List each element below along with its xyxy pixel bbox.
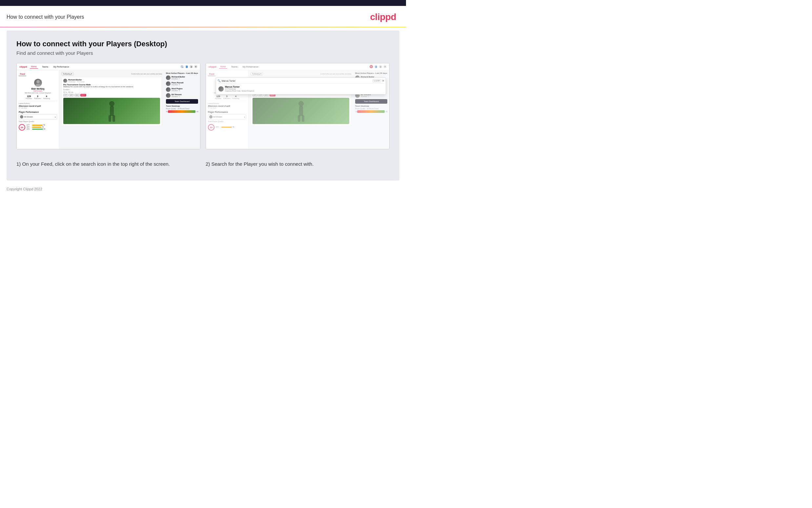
bar-label-arg-1: ARG [27,128,32,130]
search-icon[interactable]: 🔍 [180,65,184,68]
player-act-richard-1: Activities: 7 [172,78,185,80]
stat-followers-2: 3 Followers [223,95,230,99]
latest-activity-label-2: Latest Activity [208,102,246,104]
player-list-eli-1: Eli Vincent Activities: 1 [166,93,198,98]
activity-user-1: Richard Butler Yesterday · The Grove [63,79,160,83]
main-subheading: Find and connect with your Players [16,50,390,56]
result-avatar [219,86,224,92]
heatmap-sublabel-2: Player Quality · 20 Round Trend [355,108,387,110]
player-info-hiral-1: Hiral Pujara Activities: 3 [172,88,182,92]
nav-icons-2: 🔍 👤 ⚙ ● [370,65,387,68]
caption-2: 2) Search for the Player you wish to con… [206,156,390,167]
activity-desc-1: Walking the course with my coach to buil… [63,86,160,88]
search-icon-2[interactable]: 🔍 [370,65,373,68]
app-sidebar-1: Feed Blair McHarg Golf Coach Mill Ride G… [17,70,59,149]
close-btn-x[interactable]: ✕ [382,79,384,82]
stat-num-activities-1: 129 [26,95,32,97]
search-text[interactable]: Marcus Turner [222,80,372,82]
tag-putt-1: PUTT [80,94,86,96]
following-btn-1[interactable]: Following ▾ [61,72,74,76]
stat-num-followers-1: 3 [34,95,41,97]
user-info-richard-1: Richard Butler Yesterday · The Grove [68,79,85,83]
player-act-piers-1: Activities: 4 [172,84,183,86]
nav-icons-1: 🔍 👤 ⚙ ● [180,65,197,68]
svg-rect-9 [299,106,303,116]
caption-1: 1) On your Feed, click on the search ico… [16,156,200,167]
score-circle-2: 84 [208,124,214,131]
stat-followers-1: 3 Followers [34,95,41,99]
nav-home-1[interactable]: Home [30,65,38,69]
player-act-eli-2: Activities: 1 [361,95,371,97]
main-content: How to connect with your Players (Deskto… [7,31,399,180]
activity-card-1: Richard Butler Yesterday · The Grove Pre… [61,77,162,126]
copyright: Copyright Clippd 2022 [7,187,42,191]
player-list-richard-1: Richard Butler Activities: 7 [166,76,198,80]
avatar-icon[interactable]: ● [194,65,197,68]
following-btn-2: Following ▾ [250,72,263,76]
user-meta-richard-1: Yesterday · The Grove [68,81,85,83]
stat-label-following-1: Following [43,97,50,99]
team-dashboard-btn-1[interactable]: Team Dashboard [166,99,198,104]
bar-label-ott-1: OTT [27,124,32,126]
stat-label-followers-1: Followers [34,97,41,99]
heatmap-range-2: -5 +5 [355,110,387,113]
bar-label-app-1: APP [27,126,32,128]
nav-myperformance-1[interactable]: My Performance [52,65,70,69]
bar-chart-1: OTT 79 APP 70 [27,124,45,130]
perf-tags-1: OTT APP ARG PUTT [63,94,160,96]
caption-text-2: 2) Search for the Player you wish to con… [206,161,390,167]
avatar-icon-2[interactable]: ● [383,65,387,68]
clear-btn[interactable]: CLEAR [373,79,381,82]
player-info-piers-1: Piers Parnell Activities: 4 [172,82,183,86]
feed-tab-1[interactable]: Feed [19,72,26,76]
logo: clippd [370,12,396,22]
bar-val-app-1: 70 [42,126,44,128]
svg-rect-11 [302,115,304,122]
player-list-piers-1: Piers Parnell Activities: 4 [166,81,198,86]
app-body-1: Feed Blair McHarg Golf Coach Mill Ride G… [17,70,200,149]
search-overlay-container: 🔍 Marcus Turner CLEAR ✕ Marcus Turner 1-… [206,70,389,149]
settings-icon-2[interactable]: ⚙ [379,65,382,68]
nav-teams-2[interactable]: Teams [230,65,239,69]
nav-teams-1[interactable]: Teams [41,65,50,69]
caption-text-1: 1) On your Feed, click on the search ico… [16,161,200,167]
player-info-eli-1: Eli Vincent Activities: 1 [172,93,182,97]
heatmap-sublabel-1: Player Quality · 20 Round Trend [166,108,198,110]
player-act-eli-1: Activities: 1 [172,95,182,97]
svg-rect-3 [110,106,114,116]
user-icon-2[interactable]: 👤 [374,65,378,68]
svg-rect-5 [112,115,115,122]
main-heading: How to connect with your Players (Deskto… [16,40,390,48]
tag-ott-1: OTT [63,94,68,96]
bar-fill-ott-2 [221,127,232,128]
bar-val-ott-1: 79 [43,124,45,126]
nav-myperformance-2[interactable]: My Performance [241,65,260,69]
footer: Copyright Clippd 2022 [0,184,406,194]
score-row-2: 84 OTT 79 [208,123,246,131]
following-header-1: Following ▾ Control who can see your act… [61,72,162,76]
search-result-item[interactable]: Marcus Turner 1-5 Handicap Cypress Point… [218,85,384,93]
search-input-row: 🔍 Marcus Turner CLEAR ✕ [218,79,384,84]
header-divider [0,27,406,27]
bar-fill-ott-1 [32,125,43,126]
player-perf-title-2: Player Performance [208,111,246,113]
tag-app-1: APP [69,94,74,96]
quality-label-1: Total Player Quality [19,120,57,122]
player-select-1[interactable]: Eli Vincent ▾ [19,114,57,120]
user-avatar-richard-1 [63,79,67,83]
heatmap-bar-2 [357,110,385,113]
stat-num-following-1: 4 [43,95,50,97]
captions-row: 1) On your Feed, click on the search ico… [16,156,390,171]
nav-home-2[interactable]: Home [219,65,227,69]
player-select-avatar-2 [209,115,212,119]
player-perf-section-1: Player Performance Eli Vincent ▾ Total P… [19,111,57,131]
stat-num-followers-2: 3 [223,95,230,97]
following-header-2: Following ▾ Control who can see your act… [250,72,351,76]
player-avatar-richard-1 [166,76,171,80]
settings-icon[interactable]: ⚙ [190,65,193,68]
search-overlay: 🔍 Marcus Turner CLEAR ✕ Marcus Turner 1-… [216,78,386,94]
stat-label-activities-2: Activities [215,97,221,99]
control-text-2: Control who can see your activity and da… [321,73,351,75]
player-avatar-eli-1 [166,93,171,98]
user-icon[interactable]: 👤 [185,65,188,68]
